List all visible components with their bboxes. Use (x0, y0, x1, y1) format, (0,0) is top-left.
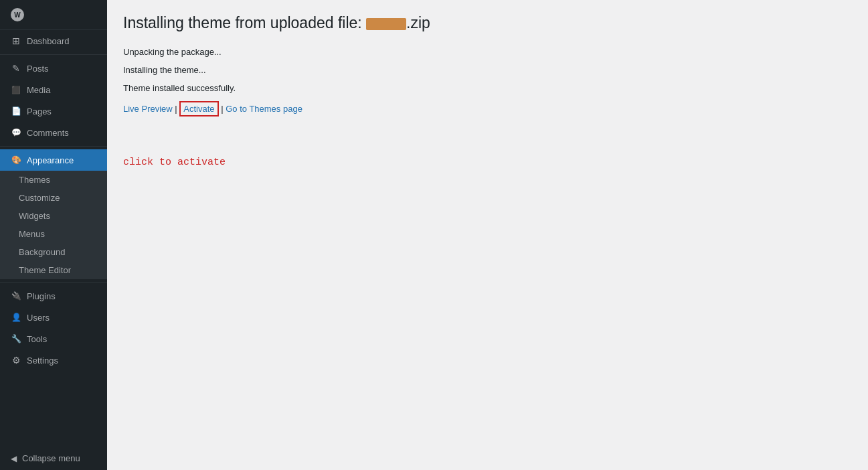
sidebar-item-appearance[interactable]: Appearance (0, 149, 107, 171)
live-preview-link[interactable]: Live Preview (123, 104, 173, 114)
sidebar-label-dashboard: Dashboard (27, 36, 70, 46)
sidebar-item-media[interactable]: Media (0, 79, 107, 100)
plugins-icon (11, 291, 21, 301)
submenu-item-customize[interactable]: Customize (0, 189, 107, 207)
sidebar-item-pages[interactable]: Pages (0, 100, 107, 122)
submenu-item-menus[interactable]: Menus (0, 225, 107, 243)
submenu-item-theme-editor[interactable]: Theme Editor (0, 261, 107, 279)
sidebar-logo: W (0, 0, 107, 30)
sidebar-label-settings: Settings (27, 356, 58, 366)
install-links: Live Preview | Activate | Go to Themes p… (123, 101, 852, 116)
step3-text: Theme installed successfully. (123, 83, 852, 93)
sidebar-item-plugins[interactable]: Plugins (0, 285, 107, 307)
title-prefix: Installing theme from uploaded file: (123, 14, 362, 31)
sidebar: W Dashboard Posts Media Pages Comments A… (0, 0, 107, 470)
sidebar-label-posts: Posts (27, 64, 49, 74)
filename-suffix: .zip (406, 14, 430, 31)
sidebar-label-media: Media (27, 85, 50, 95)
sidebar-label-pages: Pages (27, 106, 52, 116)
wordpress-icon: W (11, 8, 24, 21)
dashboard-icon (11, 35, 21, 46)
sidebar-item-dashboard[interactable]: Dashboard (0, 30, 107, 52)
submenu-item-themes[interactable]: Themes (0, 171, 107, 189)
submenu-item-background[interactable]: Background (0, 243, 107, 261)
sidebar-label-users: Users (27, 313, 50, 323)
step1-text: Unpacking the package... (123, 47, 852, 57)
sidebar-item-users[interactable]: Users (0, 307, 107, 328)
appearance-submenu: Themes Customize Widgets Menus Backgroun… (0, 171, 107, 279)
activate-link[interactable]: Activate (183, 104, 214, 114)
step2-text: Installing the theme... (123, 65, 852, 75)
activate-link-box: Activate (179, 101, 218, 116)
collapse-label: Collapse menu (22, 453, 80, 463)
sidebar-item-posts[interactable]: Posts (0, 58, 107, 79)
sidebar-item-comments[interactable]: Comments (0, 122, 107, 143)
filename-redacted (366, 18, 406, 30)
submenu-item-widgets[interactable]: Widgets (0, 207, 107, 225)
media-icon (11, 84, 21, 95)
separator1: | (175, 104, 179, 114)
main-content: Installing theme from uploaded file: .zi… (107, 0, 868, 470)
sidebar-label-plugins: Plugins (27, 291, 56, 301)
collapse-menu-button[interactable]: Collapse menu (0, 447, 107, 470)
posts-icon (11, 63, 21, 74)
pages-icon (11, 106, 21, 116)
sidebar-item-tools[interactable]: Tools (0, 328, 107, 349)
tools-icon (11, 333, 21, 344)
appearance-icon (11, 155, 21, 165)
comments-icon (11, 127, 21, 138)
click-to-activate-annotation: click to activate (123, 157, 852, 168)
settings-icon (11, 355, 21, 366)
sidebar-item-settings[interactable]: Settings (0, 349, 107, 371)
users-icon (11, 312, 21, 323)
sidebar-label-appearance: Appearance (27, 155, 74, 165)
collapse-icon (11, 453, 17, 463)
install-title: Installing theme from uploaded file: .zi… (123, 13, 852, 33)
sidebar-label-comments: Comments (27, 128, 69, 138)
go-to-themes-link[interactable]: Go to Themes page (226, 104, 302, 114)
sidebar-label-tools: Tools (27, 334, 47, 344)
